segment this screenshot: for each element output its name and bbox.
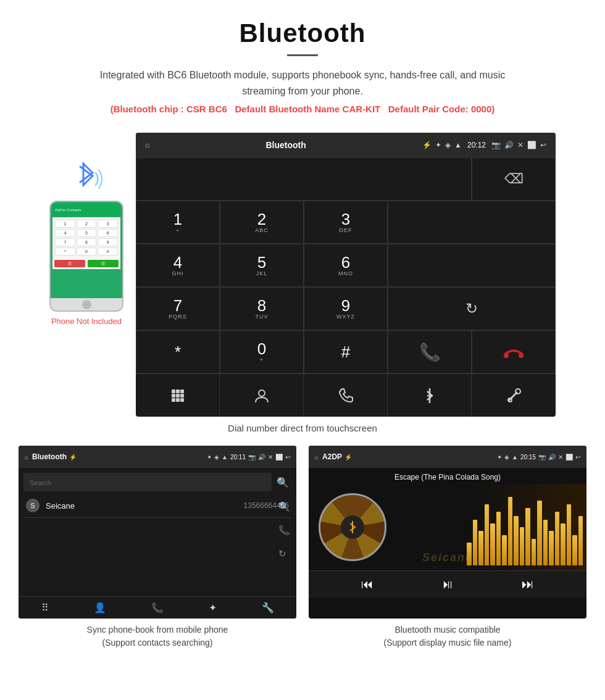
- bluetooth-icon: [422, 388, 437, 404]
- bottom-screens: ⌂ Bluetooth ⚡ ✦ ◈ ▲ 20:11 📷 🔊 ✕ ⬜ ↩: [0, 446, 605, 649]
- pb-call-icon[interactable]: 📞: [151, 602, 164, 614]
- pk8: 8: [77, 238, 97, 246]
- dial-key-4[interactable]: 4 GHI: [136, 244, 220, 287]
- play-pause-button[interactable]: ⏯: [441, 577, 454, 591]
- dial-key-hash[interactable]: #: [304, 330, 388, 373]
- svg-rect-4: [180, 390, 184, 393]
- screen-bottom-row: [136, 373, 556, 417]
- side-phone-icon: 📞: [278, 525, 290, 536]
- pk0: 0: [77, 248, 97, 256]
- dial-screen-time: 20:12: [467, 141, 486, 149]
- page-title: Bluetooth: [12, 19, 593, 48]
- contacts-icon-btn[interactable]: [220, 374, 304, 417]
- phonebook-block: ⌂ Bluetooth ⚡ ✦ ◈ ▲ 20:11 📷 🔊 ✕ ⬜ ↩: [19, 446, 296, 649]
- disc-center: [341, 515, 364, 539]
- pb-full-icon: ⬜: [275, 454, 283, 460]
- pk-star: *: [55, 248, 75, 256]
- dial-key-1[interactable]: 1 ⌁: [136, 201, 220, 244]
- contact-avatar: S: [26, 499, 40, 512]
- svg-rect-8: [172, 398, 175, 402]
- pk6: 6: [98, 229, 118, 237]
- pk4: 4: [55, 229, 75, 237]
- mus-cam-icon: 📷: [538, 454, 546, 460]
- pb-bt-bottom-icon[interactable]: ✦: [209, 602, 217, 614]
- page-description: Integrated with BC6 Bluetooth module, su…: [86, 67, 519, 99]
- bluetooth-disc-icon: [346, 520, 359, 534]
- dial-key-0[interactable]: 0 +: [220, 330, 304, 373]
- svg-line-13: [509, 393, 517, 401]
- mus-usb-icon: ⚡: [344, 454, 352, 460]
- hangup-button[interactable]: [472, 330, 556, 373]
- dialpad-icon-btn[interactable]: [136, 374, 220, 417]
- call-button[interactable]: 📞: [388, 330, 472, 373]
- phone-icon: [338, 388, 354, 404]
- search-area: Search 🔍: [19, 468, 296, 494]
- signal-icon: ▲: [454, 141, 462, 149]
- search-icon[interactable]: 🔍: [274, 473, 291, 491]
- phone-icon-btn[interactable]: [304, 374, 388, 417]
- bluetooth-signal-icon: [68, 157, 105, 201]
- location-icon: ◈: [445, 141, 451, 149]
- usb-icon: ⚡: [422, 141, 432, 149]
- title-divider: [287, 54, 318, 56]
- svg-point-0: [504, 353, 509, 358]
- dial-key-9[interactable]: 9 WXYZ: [304, 287, 388, 330]
- pb-home-icon: ⌂: [25, 454, 28, 460]
- pb-settings-bottom-icon[interactable]: 🔧: [262, 602, 274, 614]
- pk5: 5: [77, 229, 97, 237]
- dial-caption: Dial number direct from touchscreen: [0, 423, 605, 433]
- mus-status-icons: ✦ ◈ ▲ 20:15 📷 🔊 ✕ ⬜ ↩: [497, 454, 580, 460]
- pk-hash: #: [98, 248, 118, 256]
- pb-back-icon: ↩: [285, 454, 290, 460]
- dial-key-5[interactable]: 5 JKL: [220, 244, 304, 287]
- camera-icon: 📷: [491, 141, 501, 149]
- music-header: ⌂ A2DP ⚡ ✦ ◈ ▲ 20:15 📷 🔊 ✕ ⬜ ↩: [309, 446, 586, 468]
- phonebook-screen: ⌂ Bluetooth ⚡ ✦ ◈ ▲ 20:11 📷 🔊 ✕ ⬜ ↩: [19, 446, 296, 619]
- add-contacts-label: Add to Contacts: [55, 208, 81, 212]
- dial-key-2[interactable]: 2 ABC: [220, 201, 304, 244]
- back-icon: ↩: [540, 141, 546, 149]
- dial-empty-2: [388, 244, 556, 287]
- phone-not-included-label: Phone Not Included: [51, 317, 122, 326]
- side-icons: 🔍 📞 ↻: [278, 501, 290, 559]
- dial-key-8[interactable]: 8 TUV: [220, 287, 304, 330]
- home-icon: ⌂: [145, 141, 149, 149]
- contacts-list: S Seicane 13566664466: [19, 494, 296, 518]
- close-icon: ✕: [517, 141, 524, 149]
- svg-rect-2: [172, 390, 175, 393]
- mus-bt-icon: ✦: [497, 454, 502, 460]
- contact-item[interactable]: S Seicane 13566664466: [23, 494, 291, 518]
- song-title: Escape (The Pina Colada Song): [309, 468, 586, 484]
- pb-grid-icon[interactable]: ⠿: [41, 602, 49, 614]
- music-art-area: Seicane: [309, 484, 586, 570]
- wrench-icon: [506, 388, 522, 404]
- dial-key-star[interactable]: *: [136, 330, 220, 373]
- pb-location-icon: ◈: [214, 454, 219, 460]
- dialpad: ⌫ 1 ⌁ 2 ABC 3 DEF 4 GHI 5 J: [136, 157, 556, 373]
- pb-person-icon[interactable]: 👤: [94, 602, 106, 614]
- contact-name: Seicane: [46, 501, 244, 510]
- dial-key-7[interactable]: 7 PQRS: [136, 287, 220, 330]
- search-box[interactable]: Search: [23, 473, 272, 491]
- call-icon: 📞: [419, 342, 441, 362]
- backspace-icon: ⌫: [504, 171, 524, 187]
- pb-signal-icon: ▲: [222, 454, 228, 460]
- dial-key-3[interactable]: 3 DEF: [304, 201, 388, 244]
- mus-full-icon: ⬜: [565, 454, 573, 460]
- refresh-icon: ↻: [465, 300, 478, 317]
- side-search-icon: 🔍: [278, 501, 290, 512]
- bluetooth-icon-btn[interactable]: [388, 374, 472, 417]
- chip-spec: (Bluetooth chip : CSR BC6: [111, 104, 227, 114]
- dial-key-6[interactable]: 6 MNO: [304, 244, 388, 287]
- phone-screen-top: Add to Contacts 1 2 3 4 5 6 7 8 9 * 0 #: [51, 202, 122, 298]
- hangup-icon: [503, 346, 525, 358]
- backspace-button[interactable]: ⌫: [472, 157, 556, 201]
- dial-screen-header: ⌂ Bluetooth ⚡ ✦ ◈ ▲ 20:12 📷 🔊 ✕ ⬜ ↩: [136, 133, 556, 157]
- pk1: 1: [55, 220, 75, 228]
- next-track-button[interactable]: ⏭: [522, 577, 534, 591]
- settings-icon-btn[interactable]: [472, 374, 556, 417]
- refresh-button[interactable]: ↻: [388, 287, 556, 330]
- mus-location-icon: ◈: [504, 454, 509, 460]
- music-controls: ⏮ ⏯ ⏭: [309, 570, 586, 598]
- prev-track-button[interactable]: ⏮: [361, 577, 373, 591]
